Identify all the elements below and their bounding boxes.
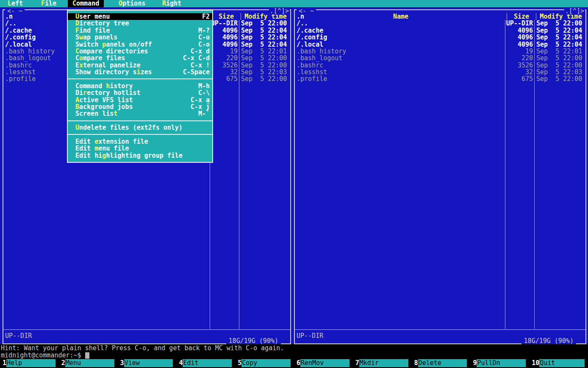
right-panel-path[interactable]: <- ~: [297, 8, 316, 14]
fkey-3-view[interactable]: 3View: [118, 359, 177, 367]
fkey-9-pulldn[interactable]: 9PullDn: [470, 359, 529, 367]
menubar-item-file[interactable]: File: [41, 0, 56, 7]
menu-item-directory-tree[interactable]: Directory tree: [68, 20, 212, 27]
menu-item-undelete-files-ext2fs-only[interactable]: Undelete files (ext2fs only): [68, 124, 212, 131]
fkey-6-renmov[interactable]: 6RenMov: [294, 359, 353, 367]
menu-item-edit-menu-file[interactable]: Edit menu file: [68, 145, 212, 152]
right-panel-file-list: .nNameSizeModify time/..UP--DIRSep 5 22:…: [295, 10, 585, 329]
menu-item-external-panelize[interactable]: External panelizeC-x !: [68, 62, 212, 69]
label-segment: Edit: [75, 145, 94, 152]
file-mtime: Sep 5 22:01: [535, 48, 585, 55]
menu-item-command-history[interactable]: Command historyM-h: [68, 83, 212, 89]
file-row[interactable]: .bash_logout220Sep 5 22:00: [295, 55, 585, 61]
file-name: /.config: [295, 34, 505, 41]
file-size: UP--DIR: [505, 20, 535, 27]
fkey-label: Delete: [418, 359, 467, 367]
label-segment: S: [75, 33, 79, 41]
fkey-1-help[interactable]: 1Help: [0, 359, 59, 367]
column-header-size[interactable]: Size: [211, 13, 241, 20]
hotkey-letter: m: [94, 145, 98, 152]
file-mtime: Sep 5 22:00: [535, 20, 585, 27]
menubar-item-command[interactable]: Command: [68, 0, 104, 7]
fkey-7-mkdir[interactable]: 7Mkdir: [353, 359, 412, 367]
fkey-5-copy[interactable]: 5Copy: [235, 359, 294, 367]
shell-command-line[interactable]: midnight@commander:~$: [1, 352, 89, 359]
file-mtime: Sep 5 22:01: [239, 48, 290, 55]
hotkey-letter: x: [79, 61, 83, 69]
menu-item-background-jobs[interactable]: Background jobsC-x j: [68, 103, 212, 110]
label-segment: ile: [45, 0, 56, 7]
file-size: 4096: [210, 41, 239, 48]
column-header-size[interactable]: Size: [507, 13, 536, 20]
menu-item-edit-extension-file[interactable]: Edit extension file: [68, 138, 212, 145]
menu-item-swap-panels[interactable]: Swap panelsC-u: [68, 34, 212, 41]
fkey-label: Copy: [241, 359, 291, 367]
menu-item-label: Directory tree: [75, 20, 129, 27]
file-size: 32: [505, 69, 535, 75]
label-segment: xtension file: [98, 138, 148, 145]
file-mtime: Sep 5 22:03: [535, 69, 585, 75]
file-size: 19: [210, 48, 239, 55]
menu-item-compare-directories[interactable]: Compare directoriesC-x d: [68, 48, 212, 55]
file-mtime: Sep 5 22:04: [239, 34, 290, 41]
menu-item-shortcut: C-x C-d: [183, 55, 210, 61]
file-size: 675: [210, 75, 239, 82]
hotkey-letter: U: [75, 124, 79, 131]
file-row[interactable]: /.config4096Sep 5 22:04: [295, 34, 585, 41]
menu-item-screen-list[interactable]: Screen listM-`: [68, 110, 212, 117]
hotkey-letter: h: [106, 82, 110, 90]
menu-item-find-file[interactable]: Find fileM-?: [68, 27, 212, 34]
menu-bar: LeftFileCommandOptionsRight: [0, 0, 588, 7]
menu-item-label: Find file: [75, 27, 110, 34]
column-header-name[interactable]: .nName: [295, 13, 507, 20]
menu-item-label: User menu: [75, 13, 110, 20]
menubar-item-right[interactable]: Right: [162, 0, 181, 7]
menu-item-label: Edit highlighting group file: [75, 152, 183, 159]
fkey-10-quit[interactable]: 10Quit: [529, 359, 588, 367]
label-segment: enu file: [98, 145, 129, 152]
label-segment: Edit hi: [75, 152, 102, 159]
file-row[interactable]: /.cache4096Sep 5 22:04: [295, 27, 585, 34]
file-row[interactable]: /..UP--DIRSep 5 22:00: [295, 20, 585, 27]
menubar-item-options[interactable]: Options: [119, 0, 145, 7]
file-mtime: Sep 5 22:00: [239, 75, 290, 82]
menu-item-compare-files[interactable]: Compare filesC-x C-d: [68, 55, 212, 61]
menu-item-show-directory-sizes[interactable]: Show directory sizesC-Space: [68, 69, 212, 75]
file-size: UP--DIR: [210, 20, 239, 27]
fkey-label: View: [124, 359, 173, 367]
menu-item-switch-panels-on-off[interactable]: Switch panels on/offC-o: [68, 41, 212, 48]
fkey-8-delete[interactable]: 8Delete: [412, 359, 471, 367]
hotkey-letter: F: [41, 0, 45, 7]
menu-item-label: Compare files: [75, 55, 125, 61]
menu-item-active-vfs-list[interactable]: Active VFS listC-x a: [68, 97, 212, 103]
file-name: /..: [295, 20, 505, 27]
label-segment: ap panels: [83, 33, 117, 41]
label-segment: E: [75, 61, 79, 69]
menubar-item-left[interactable]: Left: [8, 0, 23, 7]
fkey-2-menu[interactable]: 2Menu: [59, 359, 118, 367]
right-panel-nav-buttons[interactable]: .[^]>: [564, 8, 585, 14]
fkey-number: 8: [412, 359, 418, 367]
label-segment: Command: [75, 82, 106, 90]
label-segment: zes: [141, 68, 152, 76]
file-row[interactable]: .profile675Sep 5 22:00: [295, 75, 585, 82]
menu-item-shortcut: M-?: [198, 27, 210, 34]
file-row[interactable]: .bash_history19Sep 5 22:01: [295, 48, 585, 55]
label-segment: Screen lis: [75, 110, 114, 117]
menu-item-user-menu[interactable]: User menuF2: [68, 13, 212, 20]
menu-item-edit-highlighting-group-file[interactable]: Edit highlighting group file: [68, 152, 212, 159]
left-panel-nav-buttons[interactable]: .[^]>: [269, 8, 290, 14]
label-segment: ommand: [76, 0, 99, 7]
fkey-4-edit[interactable]: 4Edit: [176, 359, 235, 367]
file-mtime: Sep 5 22:00: [239, 20, 290, 27]
file-row[interactable]: .bashrc3526Sep 5 22:00: [295, 62, 585, 69]
panel-empty-area: [295, 83, 585, 329]
label-segment: anels on/off: [106, 41, 152, 48]
menu-item-directory-hotlist[interactable]: Directory hotlistC-\: [68, 89, 212, 96]
file-row[interactable]: /.local4096Sep 5 22:04: [295, 41, 585, 48]
menu-item-label: Swap panels: [75, 34, 117, 41]
fkey-label: Menu: [65, 359, 114, 367]
file-row[interactable]: .lesshst32Sep 5 22:03: [295, 69, 585, 75]
left-panel-path[interactable]: <- ~: [5, 8, 25, 14]
hotkey-letter: p: [102, 41, 106, 48]
